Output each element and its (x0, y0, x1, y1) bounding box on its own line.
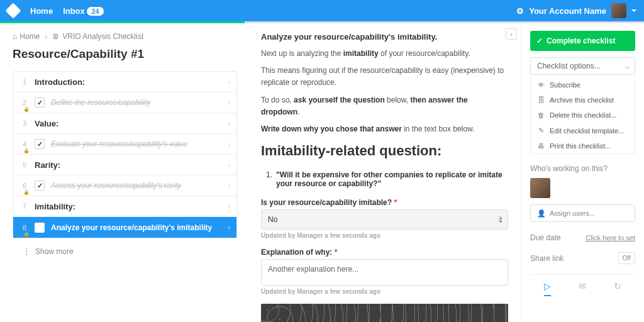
assignee-avatar[interactable] (530, 178, 550, 198)
chevron-right-icon: › (228, 79, 230, 86)
lock-icon: 🔒 (23, 189, 30, 195)
inbox-label: Inbox (63, 6, 85, 16)
working-on-label: Who's working on this? (530, 164, 635, 173)
chevron-right-icon: › (228, 99, 230, 106)
imitable-select[interactable]: No▴▾ (261, 209, 508, 230)
pencil-icon: ✎ (537, 126, 545, 135)
select-arrows-icon: ▴▾ (499, 216, 502, 223)
option-archive[interactable]: 🗄Archive this checklist (531, 92, 635, 108)
intro-p3: To do so, ask yourself the question belo… (261, 94, 508, 118)
bottom-tabs: ▷ ✉ ↻ (530, 274, 635, 296)
left-panel: ⌂ Home › 🗎 VRIO Analysis Checklist Resou… (0, 23, 248, 322)
question-text: 1."Will it be expensive for other compan… (261, 170, 508, 188)
tab-history-icon[interactable]: ↻ (614, 281, 621, 296)
step-6[interactable]: 6🔒Assess your resource/capability's rari… (13, 175, 236, 196)
explanation-input[interactable]: Another explanation here... (261, 259, 508, 286)
step-checkbox[interactable] (35, 223, 45, 233)
tab-play-icon[interactable]: ▷ (544, 281, 551, 296)
chevron-right-icon: › (228, 182, 230, 189)
due-date-label: Due date (530, 233, 561, 242)
imitable-meta: Updated by Manager a few seconds ago (261, 232, 508, 239)
inbox-count-badge: 24 (87, 7, 103, 16)
lock-icon: 🔒 (23, 106, 30, 112)
print-icon: 🖶 (537, 142, 545, 150)
nav-home[interactable]: Home (30, 6, 53, 16)
step-2[interactable]: 2🔒Define the resource/capability› (13, 92, 236, 113)
page-title: Resource/Capability #1 (13, 47, 237, 61)
lock-icon: 🔒 (23, 231, 30, 237)
caret-down-icon (631, 9, 636, 12)
intro-p2: This means figuring out if the resource/… (261, 65, 508, 89)
chevron-right-icon: › (228, 224, 230, 231)
checklist-options-select[interactable]: Checklist options... (530, 57, 635, 75)
step-5[interactable]: 5Rarity:› (13, 155, 236, 175)
imitable-label: Is your resource/capability imitable? * (261, 198, 508, 207)
section-heading: Analyze your resource/capability's imita… (261, 32, 508, 42)
top-bar: Home Inbox 24 ⚙ Your Account Name (0, 0, 644, 21)
account-menu[interactable]: ⚙ Your Account Name (516, 3, 636, 18)
explanation-meta: Updated by Manager a few seconds ago (261, 288, 508, 295)
content-image (261, 304, 508, 322)
explanation-label: Explanation of why: * (261, 248, 508, 257)
check-icon: ✓ (536, 36, 543, 45)
step-3[interactable]: 3Value:› (13, 113, 236, 134)
share-link-label: Share link (530, 254, 564, 263)
options-list: 👁Subscribe 🗄Archive this checklist 🗑Dele… (530, 77, 635, 154)
chevron-right-icon: › (45, 32, 47, 41)
option-subscribe[interactable]: 👁Subscribe (531, 77, 635, 92)
assign-users-input[interactable]: 👤Assign users... (530, 204, 635, 222)
collapse-panel-button[interactable]: › (506, 28, 517, 40)
step-4[interactable]: 4🔒Evaluate your resource/capability's va… (13, 134, 236, 155)
avatar (611, 3, 626, 18)
step-checkbox[interactable] (35, 139, 45, 149)
right-panel: ✓Complete checklist Checklist options...… (521, 23, 644, 322)
due-date-row: Due date Click here to set (530, 233, 635, 242)
breadcrumb-checklist[interactable]: 🗎 VRIO Analysis Checklist (52, 32, 143, 41)
share-link-row: Share link Off (530, 252, 635, 264)
option-print[interactable]: 🖶Print this checklist... (531, 138, 635, 153)
step-checkbox[interactable] (35, 180, 45, 191)
question-heading: Imitability-related question: (261, 143, 508, 159)
gear-icon: ⚙ (516, 6, 524, 16)
tab-chat-icon[interactable]: ✉ (579, 281, 586, 296)
chevron-right-icon: › (228, 162, 230, 169)
option-edit[interactable]: ✎Edit checklist template... (531, 123, 635, 138)
account-name: Your Account Name (529, 6, 606, 16)
breadcrumb-home[interactable]: ⌂ Home (13, 32, 40, 41)
step-7[interactable]: 7Imitability:› (13, 196, 236, 217)
archive-icon: 🗄 (537, 96, 545, 104)
chevron-right-icon: › (228, 203, 230, 210)
step-1[interactable]: 1Introduction:› (13, 72, 236, 92)
chevron-right-icon: › (228, 141, 230, 148)
nav-inbox[interactable]: Inbox 24 (63, 6, 104, 16)
step-list: 1Introduction:› 2🔒Define the resource/ca… (13, 71, 237, 238)
intro-p1: Next up is analyzing the imitability of … (261, 48, 508, 60)
user-icon: 👤 (537, 209, 546, 218)
breadcrumb: ⌂ Home › 🗎 VRIO Analysis Checklist (13, 32, 237, 41)
logo-icon[interactable] (5, 3, 21, 18)
lock-icon: 🔒 (23, 148, 30, 153)
complete-checklist-button[interactable]: ✓Complete checklist (530, 31, 635, 51)
eye-icon: 👁 (537, 81, 545, 89)
step-8-active[interactable]: 8🔒Analyze your resource/capability's imi… (13, 217, 236, 238)
step-checkbox[interactable] (35, 97, 45, 108)
intro-p4: Write down why you chose that answer in … (261, 123, 508, 135)
chevron-right-icon: › (228, 120, 230, 127)
due-date-value[interactable]: Click here to set (586, 234, 635, 242)
show-more-button[interactable]: Show more (13, 238, 237, 265)
share-toggle[interactable]: Off (618, 252, 635, 264)
option-delete[interactable]: 🗑Delete this checklist... (531, 108, 635, 123)
trash-icon: 🗑 (537, 111, 545, 119)
main-content: › Analyze your resource/capability's imi… (248, 23, 521, 322)
